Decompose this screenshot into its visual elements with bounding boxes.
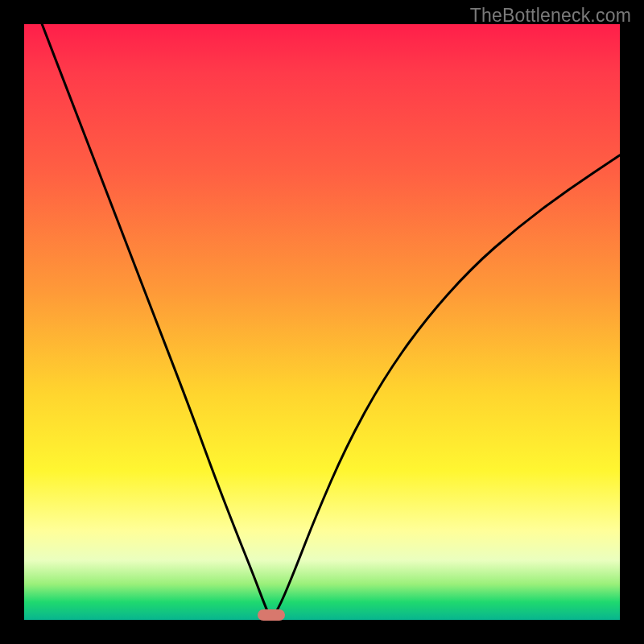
watermark-text: TheBottleneck.com bbox=[470, 5, 631, 27]
chart-frame: TheBottleneck.com bbox=[0, 0, 644, 644]
plot-area bbox=[24, 24, 620, 620]
optimum-marker bbox=[258, 609, 285, 621]
curve-path bbox=[42, 24, 620, 617]
bottleneck-curve bbox=[24, 24, 620, 620]
